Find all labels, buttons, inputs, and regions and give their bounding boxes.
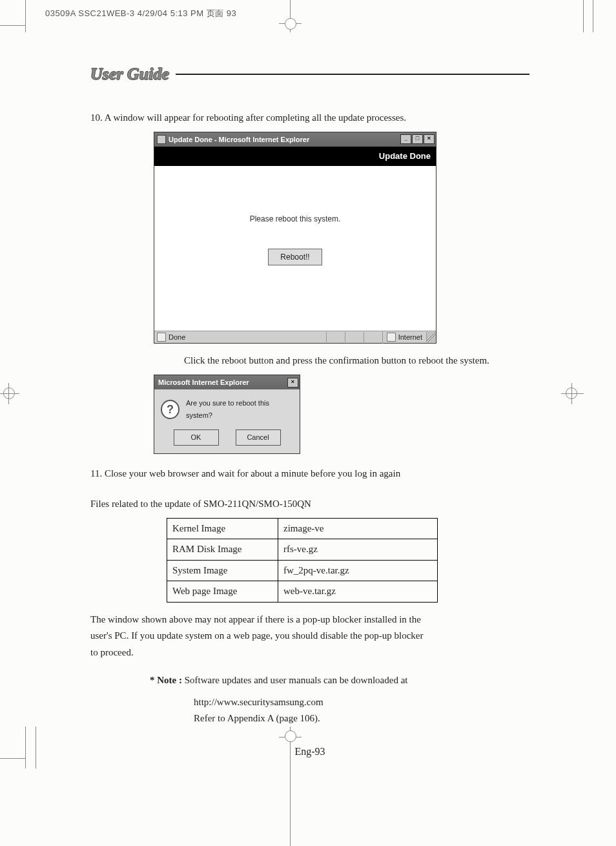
popup-note-line3: to proceed. (90, 645, 529, 661)
section-title: User Guide (90, 65, 176, 84)
trim-mark (25, 0, 26, 32)
popup-note-line2: user's PC. If you update system on a web… (90, 628, 529, 645)
ok-button[interactable]: OK (174, 429, 219, 446)
dialog-title: Microsoft Internet Explorer (158, 377, 249, 389)
table-row: Kernel Image zimage-ve (167, 518, 438, 539)
note-text: Software updates and user manuals can be… (185, 675, 408, 685)
trim-mark (25, 727, 26, 769)
page-content: User Guide 10. A window will appear for … (90, 65, 529, 760)
note-url: http://www.securitysamsung.com (194, 694, 529, 711)
status-segment (364, 332, 382, 342)
file-name-cell: zimage-ve (278, 518, 438, 539)
table-row: RAM Disk Image rfs-ve.gz (167, 539, 438, 561)
status-zone-text: Internet (398, 331, 422, 344)
imposition-header: 03509A SSC21WEB-3 4/29/04 5:13 PM 页面 93 (45, 8, 236, 19)
crop-mark (8, 383, 9, 404)
note-line: * Note : Software updates and user manua… (150, 672, 529, 689)
confirm-dialog: Microsoft Internet Explorer × ? Are you … (154, 375, 300, 454)
window-titlebar: Update Done - Microsoft Internet Explore… (154, 132, 436, 147)
step-10-text: 10. A window will appear for rebooting a… (90, 110, 529, 127)
close-button[interactable]: × (424, 134, 435, 144)
file-type-cell: Kernel Image (167, 518, 278, 539)
status-bar: Done Internet (154, 331, 436, 343)
file-type-cell: System Image (167, 560, 278, 581)
trim-mark (0, 758, 26, 759)
crop-mark (571, 383, 572, 404)
minimize-button[interactable]: _ (400, 134, 411, 144)
window-title: Update Done - Microsoft Internet Explore… (169, 134, 309, 146)
note-ref: Refer to Appendix A (page 106). (194, 710, 529, 727)
file-name-cell: fw_2pq-ve.tar.gz (278, 560, 438, 581)
trim-mark (583, 0, 584, 32)
dialog-close-button[interactable]: × (287, 378, 298, 387)
maximize-button[interactable]: □ (412, 134, 423, 144)
file-name-cell: web-ve.tar.gz (278, 581, 438, 603)
status-segment (326, 332, 345, 342)
status-done-text: Done (169, 331, 185, 344)
crop-mark (285, 18, 296, 30)
after-window-text: Click the reboot button and press the co… (184, 353, 529, 369)
crop-mark (561, 393, 584, 394)
trim-mark (0, 25, 26, 26)
reboot-message: Please reboot this system. (250, 212, 341, 225)
internet-zone-icon (387, 333, 396, 342)
section-header: User Guide (90, 65, 529, 84)
dialog-message: Are you sure to reboot this system? (186, 397, 293, 421)
file-type-cell: RAM Disk Image (167, 539, 278, 561)
files-table: Kernel Image zimage-ve RAM Disk Image rf… (167, 518, 438, 603)
ie-icon (157, 135, 166, 144)
note-label: * Note : (150, 675, 185, 685)
cancel-button[interactable]: Cancel (236, 429, 281, 446)
file-name-cell: rfs-ve.gz (278, 539, 438, 561)
status-segment (345, 332, 364, 342)
step-11-text: 11. Close your web browser and wait for … (90, 466, 529, 482)
dialog-titlebar: Microsoft Internet Explorer × (154, 375, 300, 390)
reboot-button[interactable]: Reboot!! (268, 249, 322, 265)
page-number: Eng-93 (90, 743, 529, 760)
table-row: Web page Image web-ve.tar.gz (167, 581, 438, 603)
update-done-banner: Update Done (154, 147, 436, 166)
files-caption: Files related to the update of SMO-211QN… (90, 496, 529, 513)
trim-mark (593, 0, 593, 32)
done-icon (157, 333, 166, 342)
question-icon: ? (161, 400, 180, 419)
section-rule (176, 74, 529, 75)
window-body: Please reboot this system. Reboot!! (154, 166, 436, 331)
table-row: System Image fw_2pq-ve.tar.gz (167, 560, 438, 581)
popup-note-line1: The window shown above may not appear if… (90, 612, 529, 628)
crop-mark (0, 393, 19, 394)
update-done-window: Update Done - Microsoft Internet Explore… (154, 132, 436, 344)
trim-mark (36, 727, 36, 769)
resize-grip[interactable] (426, 332, 436, 342)
file-type-cell: Web page Image (167, 581, 278, 603)
